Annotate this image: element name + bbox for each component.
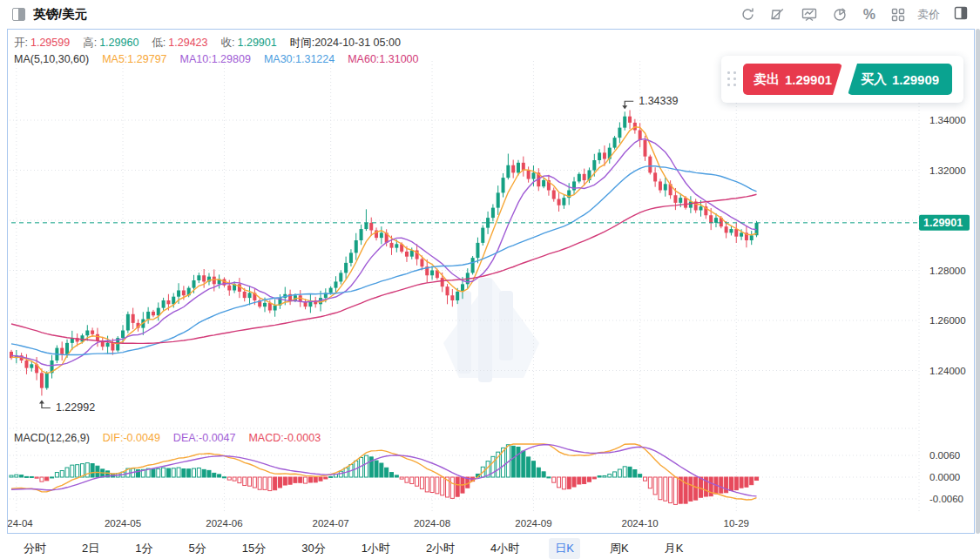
pie-chart-icon[interactable] xyxy=(833,7,848,22)
price-axis-label: 1.24000 xyxy=(929,366,966,376)
svg-text:1.34339: 1.34339 xyxy=(639,95,678,107)
x-axis-label: 2024-09 xyxy=(515,518,551,529)
macd-label: DEA: xyxy=(173,432,199,444)
vertical-scrollbar[interactable] xyxy=(976,29,980,534)
buy-button[interactable]: 买入 1.29909 xyxy=(848,64,952,95)
refresh-icon[interactable] xyxy=(740,7,755,22)
price-axis-label: 1.34000 xyxy=(929,115,966,125)
price-axis-label: 1.32000 xyxy=(929,165,966,176)
dif-line xyxy=(11,444,757,500)
tab-30分[interactable]: 30分 xyxy=(295,538,331,559)
x-axis-label: 2024-08 xyxy=(414,518,450,529)
quote-value: 1.29423 xyxy=(168,37,207,49)
tab-分时[interactable]: 分时 xyxy=(17,538,52,559)
tab-15分[interactable]: 15分 xyxy=(236,538,272,559)
dea-line xyxy=(11,445,757,496)
macd-item: MACD(12,26,9) xyxy=(14,432,90,444)
percent-icon[interactable]: % xyxy=(863,7,875,23)
chart-panel: 开:1.29599高:1.29960低:1.29423收:1.29901时间:2… xyxy=(7,29,975,534)
tab-2小时[interactable]: 2小时 xyxy=(420,538,461,559)
tab-日K[interactable]: 日K xyxy=(549,538,580,559)
quote-label: 高: xyxy=(83,37,97,49)
tab-1分[interactable]: 1分 xyxy=(129,538,159,559)
x-axis-label: 24-04 xyxy=(8,518,33,529)
x-axis-label: 2024-10 xyxy=(622,518,659,529)
instrument-panel-icon xyxy=(12,8,25,21)
sell-button-price: 1.29901 xyxy=(785,72,832,87)
macd-axis-label: 0.0060 xyxy=(929,450,960,461)
macd-values-row: MACD(12,26,9)DIF:-0.0049DEA:-0.0047MACD:… xyxy=(14,432,321,444)
tab-2日[interactable]: 2日 xyxy=(76,538,105,559)
macd-value: -0.0049 xyxy=(123,432,159,444)
ma-label: MA30: xyxy=(264,53,295,65)
draw-tools-icon[interactable] xyxy=(771,7,786,22)
buy-button-label: 买入 xyxy=(861,71,887,88)
annotation-low xyxy=(39,400,51,407)
ma-value: 1.29797 xyxy=(127,53,166,65)
ma-value: 1.31000 xyxy=(379,53,418,65)
macd-item: MACD:-0.0003 xyxy=(248,432,321,444)
split-panel-icon[interactable] xyxy=(954,6,968,24)
chart-board-icon[interactable] xyxy=(801,7,817,22)
svg-text:1.29901: 1.29901 xyxy=(923,217,963,229)
ma-value: 1.29809 xyxy=(212,53,251,65)
quote-item: 时间:2024-10-31 05:00 xyxy=(290,36,401,51)
sell-price-mode-label[interactable]: 卖价 xyxy=(917,7,940,23)
annotation-high xyxy=(622,101,633,109)
x-axis-label: 10-29 xyxy=(724,518,749,529)
price-axis-label: 1.28000 xyxy=(929,266,966,276)
page-title: 英镑/美元 xyxy=(33,6,87,23)
grid-layout-icon[interactable] xyxy=(891,8,905,22)
quote-label: 时间: xyxy=(290,37,314,49)
macd-item: DEA:-0.0047 xyxy=(173,432,236,444)
ohlc-quote-row: 开:1.29599高:1.29960低:1.29423收:1.29901时间:2… xyxy=(14,36,401,51)
quote-item: 高:1.29960 xyxy=(83,36,139,51)
sell-button-label: 卖出 xyxy=(754,71,780,88)
x-axis-label: 2024-07 xyxy=(313,518,349,529)
quote-value: 1.29599 xyxy=(30,37,70,49)
macd-axis-label: 0.0000 xyxy=(929,472,960,482)
quote-value: 1.29901 xyxy=(238,37,277,49)
ma-label: MA5: xyxy=(102,53,127,65)
quote-label: 开: xyxy=(14,37,28,49)
x-axis-label: 2024-06 xyxy=(206,518,242,529)
ma-label: MA60: xyxy=(348,53,379,65)
tab-周K[interactable]: 周K xyxy=(604,538,635,559)
ma-label: MA10: xyxy=(180,53,212,65)
quote-value: 2024-10-31 05:00 xyxy=(314,37,401,49)
drag-handle-icon[interactable] xyxy=(727,71,740,87)
ma-values-row: MA(5,10,30,60)MA5:1.29797MA10:1.29809MA3… xyxy=(14,53,419,65)
sell-button[interactable]: 卖出 1.29901 xyxy=(743,64,842,95)
tab-月K[interactable]: 月K xyxy=(659,538,690,559)
ma-item: MA5:1.29797 xyxy=(102,53,166,65)
tab-4小时[interactable]: 4小时 xyxy=(484,538,525,559)
ma-value: 1.31224 xyxy=(295,53,335,65)
quote-label: 低: xyxy=(152,37,166,49)
macd-label: MACD(12,26,9) xyxy=(14,432,90,444)
macd-value: -0.0003 xyxy=(284,432,321,444)
timeframe-tabbar: 分时2日1分5分15分30分1小时2小时4小时日K周K月K xyxy=(7,537,975,559)
macd-label: DIF: xyxy=(103,432,124,444)
svg-text:1.22992: 1.22992 xyxy=(56,401,95,414)
price-axis-label: 1.26000 xyxy=(929,315,966,326)
macd-axis-label: -0.0060 xyxy=(929,494,963,504)
quote-item: 低:1.29423 xyxy=(152,36,207,51)
gridlines xyxy=(10,61,919,514)
quote-label: 收: xyxy=(221,37,235,49)
macd-item: DIF:-0.0049 xyxy=(103,432,160,444)
ma60-line xyxy=(11,194,757,343)
buy-button-price: 1.29909 xyxy=(892,72,939,87)
x-axis-label: 2024-05 xyxy=(105,518,141,529)
tab-5分[interactable]: 5分 xyxy=(182,538,212,559)
top-bar: 英镑/美元 % 卖价 xyxy=(0,0,980,29)
quote-value: 1.29960 xyxy=(99,37,139,49)
ma-item: MA(5,10,30,60) xyxy=(14,53,89,65)
main-chart: 1.299011.340001.320001.280001.260001.240… xyxy=(8,30,974,533)
quote-item: 收:1.29901 xyxy=(221,36,277,51)
ma-item: MA10:1.29809 xyxy=(180,53,251,65)
ma-item: MA60:1.31000 xyxy=(348,53,418,65)
trade-panel: 卖出 1.29901 买入 1.29909 xyxy=(721,56,963,103)
tab-1小时[interactable]: 1小时 xyxy=(355,538,396,559)
quote-item: 开:1.29599 xyxy=(14,36,70,51)
ma-label: MA(5,10,30,60) xyxy=(14,53,89,65)
